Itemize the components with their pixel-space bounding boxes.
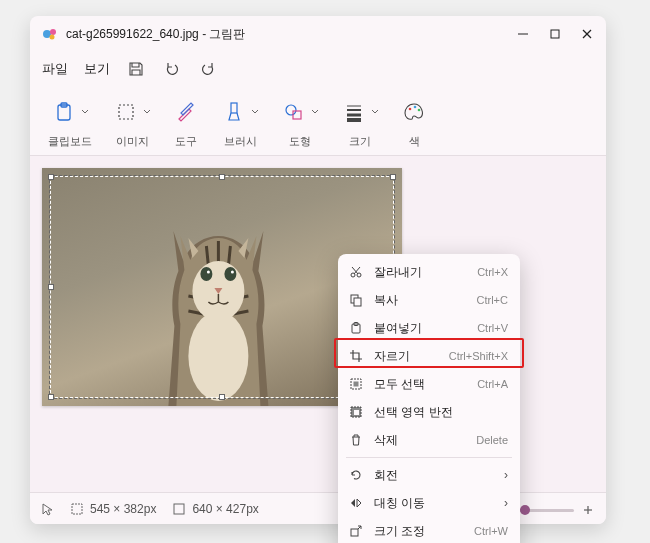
select-all-icon [348,376,364,392]
palette-icon[interactable] [400,98,428,126]
select-icon[interactable] [112,98,140,126]
svg-rect-10 [231,103,237,113]
ctx-invert-selection[interactable]: 선택 영역 반전 [338,398,520,426]
svg-point-17 [409,108,412,111]
svg-point-11 [286,105,296,115]
flip-icon [348,495,364,511]
shapes-icon[interactable] [280,98,308,126]
ctx-rotate[interactable]: 회전 › [338,461,520,489]
selection-handle[interactable] [48,394,54,400]
ribbon-group-tools: 도구 [164,94,208,149]
ribbon-size-label: 크기 [349,134,371,149]
selection-handle[interactable] [219,394,225,400]
ctx-flip[interactable]: 대칭 이동 › [338,489,520,517]
menubar: 파일 보기 [30,52,606,86]
zoom-slider-thumb[interactable] [520,505,530,515]
window-title: cat-g265991622_640.jpg - 그림판 [66,26,516,43]
chevron-down-icon[interactable] [310,107,320,117]
ribbon-tools-label: 도구 [175,134,197,149]
context-menu: 잘라내기 Ctrl+X 복사 Ctrl+C 붙여넣기 Ctrl+V 자르기 Ct… [338,254,520,543]
ctx-cut[interactable]: 잘라내기 Ctrl+X [338,258,520,286]
ribbon-group-image: 이미지 [104,94,160,149]
svg-point-18 [414,106,417,109]
ribbon-group-colors: 색 [392,94,436,149]
save-button[interactable] [126,59,146,79]
canvas-size-icon [172,502,186,516]
svg-point-19 [418,109,421,112]
ribbon-clipboard-label: 클립보드 [48,134,92,149]
redo-button[interactable] [198,59,218,79]
tools-icon[interactable] [172,98,200,126]
ribbon-group-size: 크기 [332,94,388,149]
scissors-icon [348,264,364,280]
chevron-down-icon[interactable] [250,107,260,117]
size-icon[interactable] [340,98,368,126]
chevron-right-icon: › [504,468,508,482]
svg-rect-12 [293,111,301,119]
minimize-button[interactable] [516,27,530,41]
svg-rect-9 [119,105,133,119]
invert-selection-icon [348,404,364,420]
ribbon-group-clipboard: 클립보드 [40,94,100,149]
svg-rect-40 [354,410,359,415]
ribbon-brushes-label: 브러시 [224,134,257,149]
svg-rect-34 [354,298,361,306]
menu-view[interactable]: 보기 [84,60,110,78]
ribbon: 클립보드 이미지 도구 브러시 도 [30,86,606,156]
svg-point-2 [50,35,55,40]
ctx-crop[interactable]: 자르기 Ctrl+Shift+X [338,342,520,370]
svg-rect-4 [551,30,559,38]
paste-icon [348,320,364,336]
ctx-select-all[interactable]: 모두 선택 Ctrl+A [338,370,520,398]
resize-icon [348,523,364,539]
chevron-down-icon[interactable] [370,107,380,117]
svg-rect-41 [351,529,358,536]
maximize-button[interactable] [548,27,562,41]
rotate-icon [348,467,364,483]
ribbon-colors-label: 색 [409,134,420,149]
ctx-separator [346,457,512,458]
zoom-in-icon[interactable] [582,504,594,516]
chevron-down-icon[interactable] [142,107,152,117]
svg-rect-38 [354,382,359,387]
ribbon-image-label: 이미지 [116,134,149,149]
delete-icon [348,432,364,448]
ctx-paste[interactable]: 붙여넣기 Ctrl+V [338,314,520,342]
paste-icon[interactable] [50,98,78,126]
app-icon [42,26,58,42]
titlebar: cat-g265991622_640.jpg - 그림판 [30,16,606,52]
svg-rect-27 [174,504,184,514]
selection-handle[interactable] [48,284,54,290]
selection-handle[interactable] [390,174,396,180]
ribbon-group-shapes: 도형 [272,94,328,149]
chevron-down-icon[interactable] [80,107,90,117]
chevron-right-icon: › [504,496,508,510]
close-button[interactable] [580,27,594,41]
selection-size-icon [70,502,84,516]
selection-size-value: 545 × 382px [90,502,156,516]
ctx-delete[interactable]: 삭제 Delete [338,426,520,454]
menu-file[interactable]: 파일 [42,60,68,78]
svg-rect-26 [72,504,82,514]
undo-button[interactable] [162,59,182,79]
copy-icon [348,292,364,308]
canvas-size-value: 640 × 427px [192,502,258,516]
ribbon-group-brushes: 브러시 [212,94,268,149]
cursor-pos-icon [40,502,54,516]
crop-icon [348,348,364,364]
ctx-resize[interactable]: 크기 조정 Ctrl+W [338,517,520,543]
svg-point-1 [50,29,56,35]
selection-handle[interactable] [219,174,225,180]
ribbon-shapes-label: 도형 [289,134,311,149]
ctx-copy[interactable]: 복사 Ctrl+C [338,286,520,314]
brush-icon[interactable] [220,98,248,126]
selection-handle[interactable] [48,174,54,180]
